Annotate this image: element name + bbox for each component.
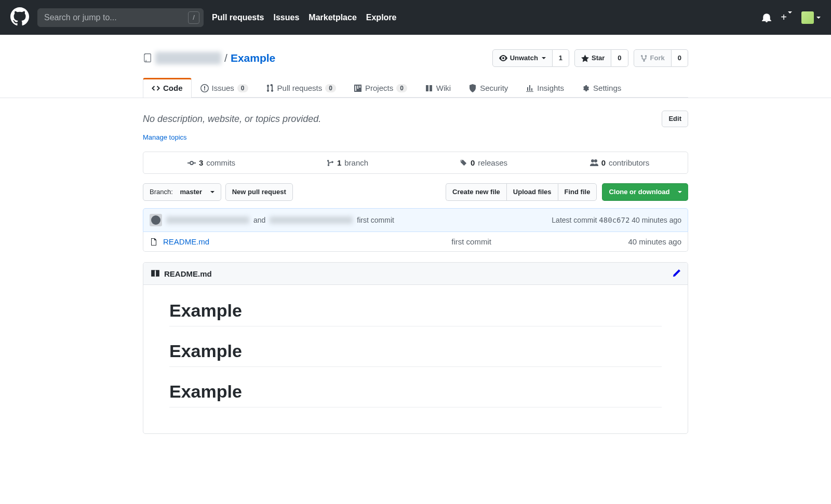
repo-stats: 3commits 1branch 0releases 0contributors	[143, 152, 688, 174]
search-input[interactable]	[37, 8, 204, 27]
primary-nav: Pull requests Issues Marketplace Explore	[212, 13, 396, 22]
repo-content: No description, website, or topics provi…	[143, 98, 688, 434]
create-new-file-button[interactable]: Create new file	[446, 183, 506, 201]
tab-settings[interactable]: Settings	[573, 78, 630, 98]
file-row: README.md first commit 40 minutes ago	[143, 232, 688, 251]
tab-pull-requests[interactable]: Pull requests0	[257, 78, 345, 98]
create-menu[interactable]: +	[781, 11, 792, 23]
tab-security[interactable]: Security	[460, 78, 517, 98]
slash-key-badge: /	[188, 11, 199, 24]
github-logo[interactable]	[10, 7, 29, 28]
find-file-button[interactable]: Find file	[558, 183, 597, 201]
nav-marketplace[interactable]: Marketplace	[309, 13, 357, 22]
readme-filename: README.md	[164, 269, 212, 278]
tab-issues[interactable]: Issues0	[192, 78, 257, 98]
branch-select-button[interactable]: Branch: master	[143, 183, 221, 201]
tab-insights[interactable]: Insights	[517, 78, 573, 98]
nav-issues[interactable]: Issues	[273, 13, 299, 22]
file-commit-time: 40 minutes ago	[578, 237, 681, 246]
readme-box: README.md Example Example Example	[143, 262, 688, 434]
nav-explore[interactable]: Explore	[366, 13, 397, 22]
path-separator: /	[224, 52, 227, 64]
stargazers-count[interactable]: 0	[611, 49, 628, 67]
file-icon	[150, 238, 158, 246]
commits-link[interactable]: 3commits	[143, 152, 279, 173]
latest-commit-bar: author and author first commit Latest co…	[143, 208, 688, 232]
new-pull-request-button[interactable]: New pull request	[225, 183, 293, 201]
commit-author-avatar	[150, 214, 162, 226]
commit-author-1: author	[166, 216, 249, 224]
fork-button[interactable]: Fork	[634, 49, 672, 67]
readme-body: Example Example Example	[143, 285, 688, 433]
repo-icon	[143, 53, 152, 63]
branches-link[interactable]: 1branch	[279, 152, 416, 173]
readme-heading: Example	[169, 301, 662, 326]
avatar	[801, 11, 814, 24]
commit-sha-link[interactable]: 480c672	[599, 216, 629, 224]
file-name-link[interactable]: README.md	[163, 237, 365, 246]
commit-and: and	[253, 216, 265, 224]
global-header: / Pull requests Issues Marketplace Explo…	[0, 0, 831, 35]
tab-code[interactable]: Code	[143, 78, 192, 98]
watchers-count[interactable]: 1	[553, 49, 569, 67]
nav-pull-requests[interactable]: Pull requests	[212, 13, 264, 22]
search-wrap: /	[37, 8, 204, 27]
clone-download-button[interactable]: Clone or download	[602, 183, 688, 201]
manage-topics-link[interactable]: Manage topics	[143, 133, 187, 141]
contributors-link[interactable]: 0contributors	[552, 152, 688, 173]
star-button[interactable]: Star	[574, 49, 611, 67]
commit-author-2: author	[270, 216, 353, 224]
user-menu[interactable]	[801, 11, 821, 24]
repo-nav: Code Issues0 Pull requests0 Projects0 Wi…	[143, 77, 688, 98]
forks-count[interactable]: 0	[672, 49, 688, 67]
upload-files-button[interactable]: Upload files	[506, 183, 558, 201]
file-commit-message: first commit	[365, 237, 578, 246]
commit-message-link[interactable]: first commit	[357, 216, 394, 224]
tab-wiki[interactable]: Wiki	[416, 78, 460, 98]
edit-description-button[interactable]: Edit	[662, 111, 688, 127]
commit-time: 40 minutes ago	[632, 216, 681, 224]
file-list: README.md first commit 40 minutes ago	[143, 232, 688, 252]
notifications-icon[interactable]	[762, 13, 771, 22]
book-icon	[151, 269, 160, 278]
repo-owner-link[interactable]: ████████	[155, 52, 221, 64]
tab-projects[interactable]: Projects0	[345, 78, 416, 98]
edit-readme-button[interactable]	[672, 269, 680, 278]
readme-heading: Example	[169, 341, 662, 367]
repo-title: ████████ / Example	[143, 52, 275, 64]
repo-description-empty: No description, website, or topics provi…	[143, 114, 321, 125]
releases-link[interactable]: 0releases	[416, 152, 552, 173]
repo-name-link[interactable]: Example	[231, 52, 275, 64]
repo-header: ████████ / Example Unwatch 1 Star 0	[143, 35, 688, 98]
readme-heading: Example	[169, 382, 662, 407]
unwatch-button[interactable]: Unwatch	[492, 49, 553, 67]
latest-commit-label: Latest commit	[552, 216, 597, 224]
